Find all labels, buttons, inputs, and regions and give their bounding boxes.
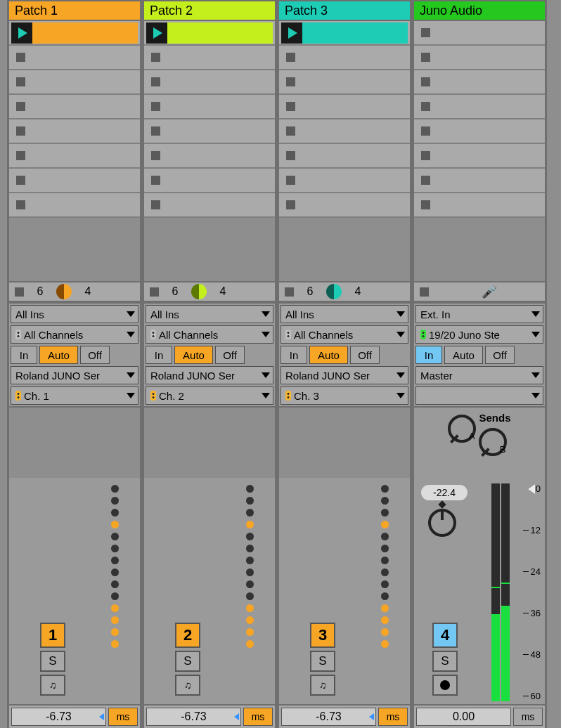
clip-slot[interactable] [414,119,545,144]
stop-all-icon[interactable] [15,287,24,297]
output-type-dropdown[interactable]: Master [415,366,543,384]
drop-area[interactable] [144,218,275,281]
output-channel-dropdown[interactable]: Ch. 2 [146,386,273,405]
track-status-row[interactable]: 6 4 [9,281,140,302]
track-header[interactable]: Juno Audio [414,0,545,21]
drop-area[interactable] [9,218,140,281]
clip-slot[interactable] [279,95,410,119]
fader-handle-icon[interactable] [528,484,535,494]
clip-slot[interactable] [9,169,140,193]
output-type-dropdown[interactable]: Roland JUNO Ser [146,366,273,384]
monitor-off-button[interactable]: Off [80,346,110,364]
solo-button[interactable]: S [40,651,65,672]
input-channel-dropdown[interactable]: 19/20 Juno Ste [415,325,543,344]
volume-knob[interactable] [428,509,456,537]
delay-value-field[interactable]: 0.00 [416,708,511,726]
track-activator-button[interactable]: 3 [310,623,335,648]
play-icon[interactable] [11,22,32,44]
monitor-auto-button[interactable]: Auto [444,346,483,364]
peak-level-display[interactable]: -22.4 [421,485,468,500]
clip[interactable] [167,22,273,44]
delay-unit-button[interactable]: ms [108,708,138,726]
arm-button[interactable] [40,675,65,696]
solo-button[interactable]: S [432,651,458,672]
clip-slot[interactable] [144,169,275,193]
output-type-dropdown[interactable]: Roland JUNO Ser [280,366,408,384]
clip-slot[interactable] [144,46,275,70]
stop-all-icon[interactable] [150,287,159,297]
clip-slot[interactable] [414,95,545,119]
clip-slot[interactable] [279,46,410,70]
output-channel-dropdown[interactable]: Ch. 3 [280,386,408,405]
output-type-dropdown[interactable]: Roland JUNO Ser [11,366,138,384]
input-channel-dropdown[interactable]: All Channels [11,325,138,344]
monitor-in-button[interactable]: In [146,346,172,364]
monitor-in-button[interactable]: In [280,346,307,364]
monitor-off-button[interactable]: Off [485,346,515,364]
input-type-dropdown[interactable]: All Ins [146,305,273,323]
input-channel-dropdown[interactable]: All Channels [146,325,273,344]
output-channel-dropdown[interactable]: Ch. 1 [11,386,138,405]
clip-slot[interactable] [9,144,140,169]
clip[interactable] [302,22,408,44]
clip-slot[interactable] [414,70,545,95]
clip-slot[interactable] [9,46,140,70]
play-icon[interactable] [146,22,167,44]
clip-slot[interactable] [144,144,275,169]
clip-slot[interactable] [414,193,545,218]
stop-all-icon[interactable] [420,287,429,297]
clip-slot[interactable] [144,70,275,95]
clip-slot[interactable] [279,70,410,95]
clip-slot[interactable] [9,95,140,119]
input-type-dropdown[interactable]: Ext. In [415,305,543,323]
arm-button[interactable] [175,675,200,696]
drop-area[interactable] [414,218,545,281]
delay-value-field[interactable]: -6.73 [281,708,376,726]
clip-slot[interactable] [144,119,275,144]
monitor-off-button[interactable]: Off [215,346,245,364]
track-status-row[interactable]: 6 4 [279,281,410,302]
track-header[interactable]: Patch 2 [144,0,275,21]
track-status-row[interactable]: 🎤 [414,281,545,302]
clip-slot[interactable] [144,193,275,218]
clip-slot[interactable] [414,169,545,193]
clip[interactable] [32,22,138,44]
delay-unit-button[interactable]: ms [378,708,408,726]
clip-slot[interactable] [144,21,275,46]
delay-unit-button[interactable]: ms [243,708,273,726]
solo-button[interactable]: S [175,651,200,672]
monitor-auto-button[interactable]: Auto [174,346,213,364]
drop-area[interactable] [279,218,410,281]
clip-slot[interactable] [279,169,410,193]
clip-slot[interactable] [279,21,410,46]
input-channel-dropdown[interactable]: All Channels [280,325,408,344]
monitor-off-button[interactable]: Off [350,346,380,364]
monitor-auto-button[interactable]: Auto [39,346,78,364]
play-icon[interactable] [281,22,302,44]
delay-unit-button[interactable]: ms [513,708,543,726]
monitor-in-button[interactable]: In [415,346,442,364]
arm-button[interactable] [432,675,458,696]
track-activator-button[interactable]: 1 [40,623,65,648]
arm-button[interactable] [310,675,335,696]
track-activator-button[interactable]: 2 [175,623,200,648]
track-header[interactable]: Patch 1 [9,0,140,21]
delay-value-field[interactable]: -6.73 [146,708,241,726]
clip-slot[interactable] [9,21,140,46]
clip-slot[interactable] [144,95,275,119]
clip-slot[interactable] [279,144,410,169]
solo-button[interactable]: S [310,651,335,672]
clip-slot[interactable] [9,119,140,144]
track-status-row[interactable]: 6 4 [144,281,275,302]
send-a-knob[interactable]: A [448,415,476,443]
output-channel-dropdown[interactable] [415,386,543,405]
clip-slot[interactable] [414,21,545,46]
send-b-knob[interactable]: B [479,428,507,456]
monitor-auto-button[interactable]: Auto [309,346,348,364]
clip-slot[interactable] [414,144,545,169]
clip-slot[interactable] [414,46,545,70]
stop-all-icon[interactable] [285,287,294,297]
input-type-dropdown[interactable]: All Ins [11,305,138,323]
clip-slot[interactable] [279,119,410,144]
clip-slot[interactable] [9,193,140,218]
